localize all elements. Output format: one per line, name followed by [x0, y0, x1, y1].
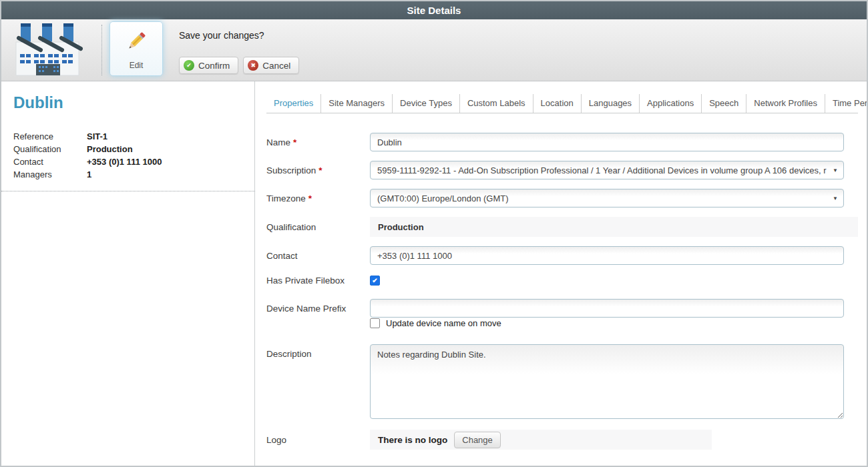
info-row-contact: Contact +353 (0)1 111 1000: [13, 155, 254, 168]
form-row-name: Name*: [266, 133, 858, 151]
factory-icon: [12, 22, 83, 79]
properties-form: Name* Subscription* 5959-1111-9292-11 - …: [266, 133, 858, 450]
description-textarea[interactable]: Notes regarding Dublin Site.: [370, 344, 844, 419]
confirm-cancel-row: Confirm Cancel: [179, 57, 299, 74]
contact-label: Contact: [266, 251, 370, 261]
qualification-value: Production: [370, 217, 858, 237]
site-details-panel: Properties Site Managers Device Types Cu…: [255, 81, 867, 466]
timezone-label: Timezone*: [266, 193, 370, 203]
logo-status-text: There is no logo: [378, 435, 447, 445]
required-marker: *: [293, 137, 296, 147]
qualification-label: Qualification: [266, 222, 370, 232]
logo-label: Logo: [266, 435, 370, 445]
confirm-button-label: Confirm: [198, 61, 230, 71]
edit-button-label: Edit: [130, 61, 144, 70]
logo-band: There is no logo Change: [370, 430, 712, 450]
title-bar: Site Details: [1, 1, 867, 19]
cancel-button[interactable]: Cancel: [243, 57, 299, 74]
name-label: Name*: [266, 137, 370, 147]
cancel-button-label: Cancel: [262, 61, 290, 71]
chevron-down-icon: ▼: [833, 167, 838, 173]
content-area: Dublin Reference SIT-1 Qualification Pro…: [1, 81, 867, 466]
subscription-selected-value: 5959-1111-9292-11 - Add-On Subscription …: [377, 165, 827, 175]
info-label: Reference: [13, 130, 87, 143]
form-row-update-device-name: Update device name on move: [370, 318, 858, 328]
tab-location[interactable]: Location: [533, 94, 582, 113]
form-row-qualification: Qualification Production: [266, 217, 858, 237]
info-row-managers: Managers 1: [13, 168, 254, 181]
tab-site-managers[interactable]: Site Managers: [321, 94, 393, 113]
tab-custom-labels[interactable]: Custom Labels: [460, 94, 533, 113]
header-toolbar: Edit Save your changes? Confirm Cancel: [1, 19, 867, 81]
tab-network-profiles[interactable]: Network Profiles: [746, 94, 825, 113]
info-value: 1: [87, 168, 91, 181]
info-row-qualification: Qualification Production: [13, 143, 254, 155]
required-marker: *: [308, 193, 312, 203]
info-value: SIT-1: [87, 130, 107, 143]
tab-device-types[interactable]: Device Types: [393, 94, 460, 113]
timezone-select[interactable]: (GMT0:00) Europe/London (GMT) ▼: [370, 189, 844, 207]
has-private-filebox-checkbox[interactable]: [370, 276, 380, 286]
form-row-has-private-filebox: Has Private Filebox: [266, 276, 858, 286]
update-device-name-checkbox[interactable]: [370, 318, 380, 328]
tab-languages[interactable]: Languages: [582, 94, 640, 113]
tab-properties[interactable]: Properties: [266, 94, 321, 113]
chevron-down-icon: ▼: [833, 195, 838, 201]
device-name-prefix-input[interactable]: [370, 299, 844, 318]
check-circle-icon: [184, 60, 194, 71]
tab-time-period[interactable]: Time Period: [825, 94, 868, 113]
info-value: +353 (0)1 111 1000: [87, 155, 162, 168]
edit-button[interactable]: Edit: [110, 21, 163, 76]
sidebar-divider: [1, 191, 255, 191]
info-value: Production: [87, 143, 133, 155]
form-row-description: Description Notes regarding Dublin Site.: [266, 344, 858, 419]
description-label: Description: [266, 344, 370, 359]
change-logo-button[interactable]: Change: [454, 432, 501, 448]
form-row-contact: Contact: [266, 246, 858, 265]
required-marker: *: [318, 165, 322, 175]
form-row-timezone: Timezone* (GMT0:00) Europe/London (GMT) …: [266, 189, 858, 207]
has-private-filebox-label: Has Private Filebox: [266, 276, 370, 286]
info-label: Managers: [13, 168, 87, 181]
info-row-reference: Reference SIT-1: [13, 130, 254, 143]
tab-speech[interactable]: Speech: [702, 94, 746, 113]
save-prompt-text: Save your changes?: [179, 30, 264, 41]
timezone-selected-value: (GMT0:00) Europe/London (GMT): [377, 193, 509, 203]
x-circle-icon: [248, 60, 258, 71]
header-divider: [101, 25, 102, 75]
tab-bar: Properties Site Managers Device Types Cu…: [266, 94, 858, 113]
update-device-name-label: Update device name on move: [386, 318, 501, 328]
form-row-subscription: Subscription* 5959-1111-9292-11 - Add-On…: [266, 161, 858, 179]
site-summary-sidebar: Dublin Reference SIT-1 Qualification Pro…: [1, 81, 255, 466]
site-name-heading: Dublin: [13, 93, 254, 112]
pencil-icon: [125, 30, 148, 55]
device-name-prefix-label: Device Name Prefix: [266, 304, 370, 314]
confirm-button[interactable]: Confirm: [179, 57, 238, 74]
form-row-device-name-prefix: Device Name Prefix: [266, 299, 858, 318]
name-input[interactable]: [370, 133, 844, 151]
page-title: Site Details: [407, 5, 461, 16]
info-label: Contact: [13, 155, 87, 168]
subscription-select[interactable]: 5959-1111-9292-11 - Add-On Subscription …: [370, 161, 844, 179]
site-details-window: Site Details: [0, 0, 868, 467]
form-row-logo: Logo There is no logo Change: [266, 430, 858, 450]
contact-input[interactable]: [370, 246, 844, 265]
tab-applications[interactable]: Applications: [640, 94, 702, 113]
info-label: Qualification: [13, 143, 87, 155]
subscription-label: Subscription*: [266, 165, 370, 175]
